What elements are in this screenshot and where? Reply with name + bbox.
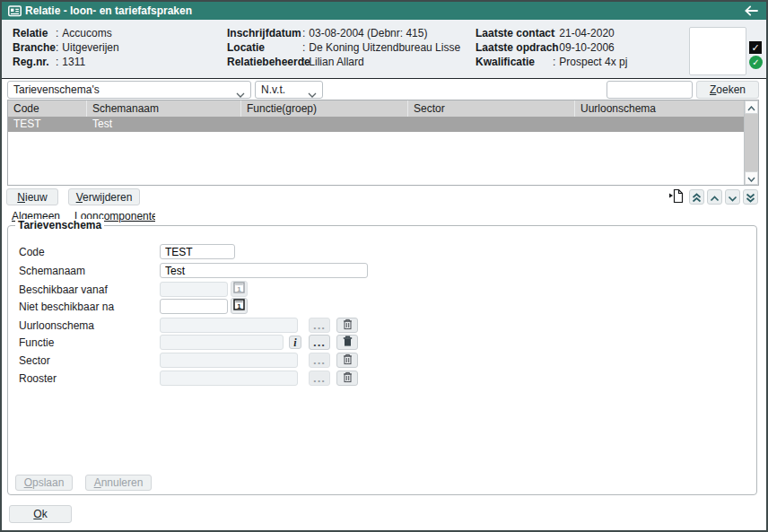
new-record-page-icon[interactable] [668,188,685,205]
relation-info-right: Laatste contact:21-04-2020 Laatste opdra… [476,26,627,69]
uurloonschema-field [160,318,298,333]
ellipsis-lookup-button: ... [309,371,330,386]
search-input[interactable] [607,81,693,99]
tariff-scheme-groupbox: Tarievenschema Code Schemanaam Beschikba… [7,225,757,495]
chevron-down-icon [236,88,245,99]
regnr-value: 1311 [62,56,85,68]
code-field[interactable] [160,244,235,259]
titlebar: Relatie - loon- en tariefafspraken [2,2,766,20]
ellipsis-lookup-button[interactable]: ... [309,335,330,350]
table-empty-area [8,132,744,185]
tariff-schemes-table[interactable]: Code Schemanaam Functie(groep) Sector Uu… [7,100,759,186]
trash-icon[interactable] [336,353,358,368]
niet-beschikbaar-na-label: Niet beschikbaar na [19,301,114,313]
code-label: Code [19,246,45,258]
relatiebeheerder-label: Relatiebeheerde [227,55,302,69]
cancel-button: Annuleren [85,475,152,491]
functie-field [160,335,284,350]
schemanaam-label: Schemanaam [19,265,85,277]
calendar-icon: 1 [231,281,248,297]
cell-uurloonschema [575,117,758,132]
regnr-label: Reg.nr. [13,55,56,69]
column-header-schemanaam[interactable]: Schemanaam [87,100,241,117]
relation-card-icon [8,5,22,20]
laatste-opdracht-label: Laatste opdrach [476,40,553,55]
ok-button[interactable]: Ok [9,505,72,523]
move-top-button[interactable] [689,189,704,205]
black-checkbox-checked-icon[interactable]: ✓ [749,41,762,54]
save-button: Opslaan [15,475,73,491]
table-row-selected[interactable]: TEST Test [8,117,758,132]
move-down-button[interactable] [725,189,740,205]
info-icon[interactable]: i [289,336,301,349]
groupbox-title: Tarievenschema [15,219,104,231]
branche-value: Uitgeverijen [62,41,118,54]
column-header-sector[interactable]: Sector [408,100,575,117]
relatie-value: Accucoms [62,27,111,39]
beschikbaar-vanaf-field [160,282,228,297]
column-header-code[interactable]: Code [8,100,87,117]
trash-icon[interactable] [336,318,358,333]
scroll-up-button[interactable] [745,100,758,114]
beschikbaar-vanaf-label: Beschikbaar vanaf [19,283,108,296]
svg-text:1: 1 [237,285,241,293]
laatste-contact-label: Laatste contact [476,26,553,40]
rooster-label: Rooster [19,372,57,385]
chevron-down-icon [308,88,317,99]
calendar-icon[interactable]: 1 [231,298,248,314]
back-arrow-icon[interactable] [744,5,758,19]
niet-beschikbaar-na-field[interactable] [160,299,228,314]
svg-text:1: 1 [237,302,241,310]
filter-dropdown[interactable]: N.v.t. [255,81,323,99]
cell-functiegroep [241,117,408,132]
relation-info-middle: Inschrijfdatum:03-08-2004 (Debnr: 415) L… [227,26,460,69]
move-bottom-button[interactable] [743,189,758,205]
uurloonschema-label: Uurloonschema [19,319,94,332]
sector-label: Sector [19,354,50,367]
cell-sector [408,117,575,132]
rooster-field [160,371,298,386]
filter-dropdown-value: N.v.t. [261,83,285,96]
inschrijfdatum-label: Inschrijfdatum [227,26,302,40]
table-header-row: Code Schemanaam Functie(groep) Sector Uu… [8,100,758,117]
column-header-uurloonschema[interactable]: Uurloonschema [575,100,758,117]
new-button[interactable]: Nieuw [6,188,58,205]
schema-type-dropdown-value: Tarievenschema's [13,83,100,96]
laatste-contact-value: 21-04-2020 [559,27,614,39]
kwalificatie-value: Prospect 4x pj [559,56,627,68]
table-scrollbar[interactable] [744,100,758,185]
scroll-down-button[interactable] [745,171,758,185]
ellipsis-lookup-button: ... [309,318,330,333]
sector-field [160,353,298,368]
trash-icon[interactable] [336,335,358,350]
green-circle-check-icon: ✓ [749,56,763,69]
cell-schemanaam: Test [87,117,241,132]
inschrijfdatum-value: 03-08-2004 (Debnr: 415) [309,27,427,39]
relation-info-panel: Relatie:Accucoms Branche:Uitgeverijen Re… [2,20,766,79]
photo-placeholder [689,27,746,75]
schema-type-dropdown[interactable]: Tarievenschema's [7,81,251,99]
move-up-button[interactable] [707,189,722,205]
locatie-label: Locatie [227,40,302,55]
search-button[interactable]: Zoeken [696,81,759,99]
trash-icon[interactable] [336,371,358,386]
ellipsis-lookup-button: ... [309,353,330,368]
window-title: Relatie - loon- en tariefafspraken [25,4,192,17]
laatste-opdracht-value: 09-10-2006 [559,41,614,54]
delete-button[interactable]: Verwijderen [68,188,140,205]
kwalificatie-label: Kwalificatie [476,55,553,69]
locatie-value: De Koning Uitzendbureau Lisse [309,41,460,54]
branche-label: Branche [13,40,56,55]
relation-wage-agreements-window: Relatie - loon- en tariefafspraken Relat… [0,0,768,532]
relation-info-left: Relatie:Accucoms Branche:Uitgeverijen Re… [13,26,119,69]
schemanaam-field[interactable] [160,263,368,278]
functie-label: Functie [19,336,54,349]
relatie-label: Relatie [13,26,56,40]
column-header-functiegroep[interactable]: Functie(groep) [241,100,408,117]
relatiebeheerder-value: Lilian Allard [309,56,363,68]
cell-code: TEST [8,117,87,132]
